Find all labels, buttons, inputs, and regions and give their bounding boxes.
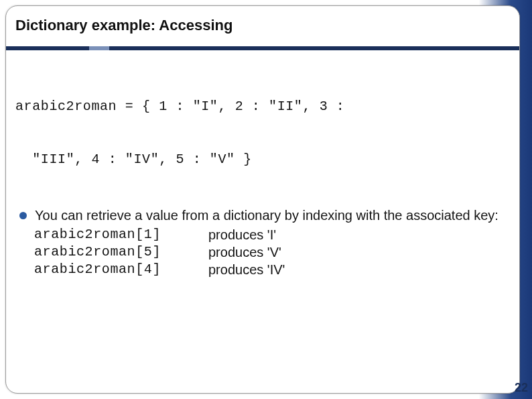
slide-frame: Dictionary example: Accessing arabic2rom… bbox=[5, 5, 520, 394]
example-code: arabic2roman[1] bbox=[34, 226, 208, 243]
slide-title: Dictionary example: Accessing bbox=[15, 17, 510, 34]
example-result: produces 'V' bbox=[208, 243, 510, 261]
code-line: arabic2roman = { 1 : "I", 2 : "II", 3 : bbox=[15, 98, 510, 115]
code-definition: arabic2roman = { 1 : "I", 2 : "II", 3 : … bbox=[15, 62, 510, 204]
bullet-item: You can retrieve a value from a dictiona… bbox=[15, 207, 510, 224]
title-area: Dictionary example: Accessing bbox=[6, 6, 519, 41]
divider-rule bbox=[6, 46, 519, 50]
example-result: produces 'I' bbox=[208, 226, 510, 243]
code-line: "III", 4 : "IV", 5 : "V" } bbox=[15, 151, 510, 168]
divider-accent bbox=[89, 46, 109, 50]
examples-grid: arabic2roman[1] produces 'I' arabic2roma… bbox=[34, 226, 510, 279]
example-result: produces 'IV' bbox=[208, 261, 510, 278]
example-code: arabic2roman[5] bbox=[34, 243, 208, 261]
slide-content: arabic2roman = { 1 : "I", 2 : "II", 3 : … bbox=[6, 50, 519, 279]
page-number: 22 bbox=[515, 381, 528, 395]
bullet-icon bbox=[19, 212, 27, 219]
example-code: arabic2roman[4] bbox=[34, 261, 208, 278]
bullet-text: You can retrieve a value from a dictiona… bbox=[35, 207, 510, 224]
